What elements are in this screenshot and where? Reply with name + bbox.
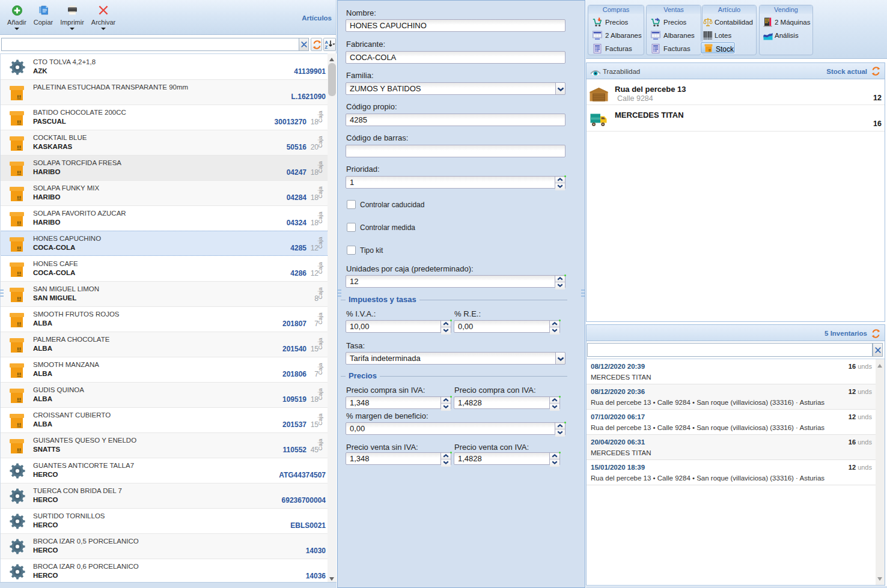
svg-text:Z: Z: [325, 44, 328, 49]
